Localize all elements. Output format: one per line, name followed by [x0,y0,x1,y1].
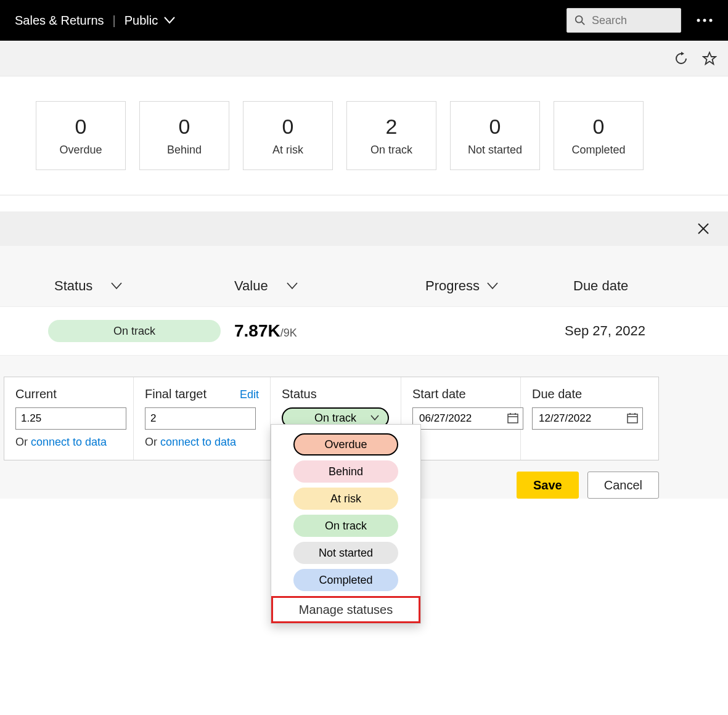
top-bar: Sales & Returns | Public [0,0,728,41]
card-value: 2 [386,115,398,139]
status-option-completed[interactable]: Completed [293,569,398,591]
final-target-input[interactable] [145,407,256,430]
card-value: 0 [489,115,501,139]
column-label: Value [234,278,268,294]
card-label: Overdue [59,144,102,157]
status-option-on-track[interactable]: On track [293,515,398,537]
topbar-right [566,8,713,33]
card-label: Completed [571,144,625,157]
card-on-track[interactable]: 2 On track [346,101,436,170]
chevron-down-icon [487,282,498,290]
card-value: 0 [282,115,294,139]
svg-point-2 [697,19,700,22]
chevron-down-icon [287,282,298,290]
status-option-not-started[interactable]: Not started [293,542,398,564]
svg-point-3 [703,19,706,22]
search-icon [575,15,586,26]
connect-line: Or connect to data [145,436,259,449]
card-completed[interactable]: 0 Completed [554,101,644,170]
save-button[interactable]: Save [517,472,579,499]
column-label: Status [54,278,92,294]
more-options-icon[interactable] [696,18,713,23]
sub-toolbar [0,41,728,76]
column-headers: Status Value Progress Due date [0,246,728,306]
card-overdue[interactable]: 0 Overdue [36,101,126,170]
card-behind[interactable]: 0 Behind [139,101,229,170]
manage-statuses-button[interactable]: Manage statuses [271,596,420,623]
calendar-icon[interactable] [507,412,518,423]
connect-prefix: Or [15,436,31,448]
refresh-icon[interactable] [674,51,689,66]
breadcrumb-separator: | [113,14,116,28]
svg-point-4 [710,19,713,22]
cancel-button[interactable]: Cancel [587,472,659,499]
status-cards: 0 Overdue 0 Behind 0 At risk 2 On track … [0,101,728,170]
chevron-down-icon [164,17,175,24]
column-label: Due date [573,278,628,293]
form-status-column: Status On track Overdue Behind At risk O… [271,377,401,460]
card-value: 0 [179,115,190,139]
status-label: Status [282,387,317,401]
column-progress[interactable]: Progress [425,278,561,294]
search-box[interactable] [566,8,681,33]
status-pill-on-track: On track [48,320,221,342]
metric-row[interactable]: On track 7.87K/9K Sep 27, 2022 [0,306,728,356]
form-due-date-column: Due date [521,377,640,460]
start-date-label: Start date [412,387,466,401]
column-value[interactable]: Value [234,278,425,294]
search-input[interactable] [592,14,673,27]
details-panel: Status Value Progress Due date On track … [0,211,728,499]
workspace-title: Sales & Returns [15,14,104,28]
card-value: 0 [75,115,87,139]
chevron-down-icon [370,415,379,421]
card-at-risk[interactable]: 0 At risk [243,101,333,170]
svg-rect-7 [508,414,518,423]
connect-to-data-link[interactable]: connect to data [31,436,107,448]
connect-to-data-link[interactable]: connect to data [160,436,236,448]
row-status-cell: On track [0,320,234,342]
status-option-overdue[interactable]: Overdue [293,433,398,456]
svg-rect-11 [628,414,637,423]
edit-form: Current Or connect to data Final target … [4,377,659,460]
value-denominator: /9K [280,327,297,340]
star-icon[interactable] [702,51,717,66]
column-due-date[interactable]: Due date [561,278,728,294]
due-date-input[interactable] [532,407,643,430]
workspace-breadcrumb: Sales & Returns | Public [15,14,175,28]
panel-header [0,211,728,246]
svg-line-1 [582,22,585,25]
card-label: On track [370,144,412,157]
scope-label: Public [125,14,158,28]
edit-link[interactable]: Edit [240,388,259,401]
form-current-column: Current Or connect to data [4,377,134,460]
connect-prefix: Or [145,436,160,448]
row-due-date-cell: Sep 27, 2022 [561,323,728,339]
status-option-behind[interactable]: Behind [293,460,398,483]
status-selected-label: On track [314,412,356,425]
calendar-icon[interactable] [627,412,638,423]
status-dropdown: Overdue Behind At risk On track Not star… [271,424,421,624]
column-label: Progress [425,278,480,294]
column-status[interactable]: Status [0,278,234,294]
chevron-down-icon [111,282,122,290]
card-label: Behind [167,144,202,157]
status-summary-section: 0 Overdue 0 Behind 0 At risk 2 On track … [0,76,728,195]
value-main: 7.87K [234,321,280,341]
scope-dropdown[interactable]: Public [125,14,175,28]
card-label: Not started [468,144,522,157]
current-input[interactable] [15,407,126,430]
row-value-cell: 7.87K/9K [234,321,425,341]
connect-line: Or connect to data [15,436,122,449]
card-not-started[interactable]: 0 Not started [450,101,540,170]
card-value: 0 [593,115,605,139]
status-option-at-risk[interactable]: At risk [293,488,398,510]
svg-point-0 [576,16,583,23]
start-date-input[interactable] [412,407,523,430]
form-target-column: Final target Edit Or connect to data [134,377,271,460]
current-label: Current [15,387,57,401]
close-icon[interactable] [697,223,710,235]
card-label: At risk [272,144,303,157]
due-date-label: Due date [532,387,582,401]
final-target-label: Final target [145,387,207,401]
